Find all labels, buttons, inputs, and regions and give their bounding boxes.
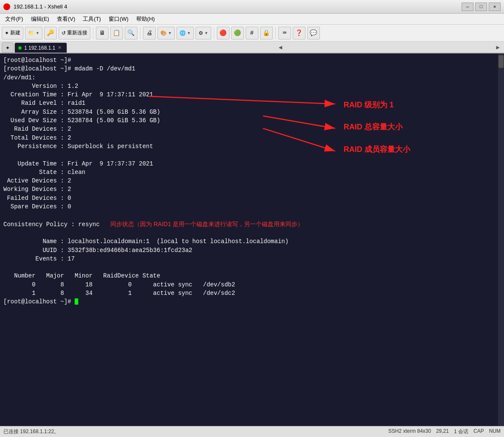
add-tab-button[interactable]: ✦ <box>2 42 14 53</box>
tab-scroll-right[interactable]: ▶ <box>494 43 502 52</box>
line-prompt-1: [root@localhost ~]# [root@localhost ~]# … <box>3 57 160 228</box>
reconnect-icon: ↺ <box>62 30 66 36</box>
tab-scroll-left[interactable]: ◀ <box>276 43 285 52</box>
folder-icon: 📁 <box>28 30 34 36</box>
toolbar-separator-2 <box>140 27 140 39</box>
toolbar-separator-4 <box>275 27 276 39</box>
scrollbar[interactable] <box>498 53 504 426</box>
annotation-sync: 同步状态（因为 RAID1 是用一个磁盘来进行读写，另一个磁盘用来同步） <box>110 221 303 227</box>
annotation-raid-level: RAID 级别为 1 <box>344 99 394 110</box>
sessions: 1 会话 <box>454 428 468 435</box>
new-icon: ✦ <box>5 30 9 36</box>
settings-button[interactable]: ⚙ ▼ <box>196 27 211 39</box>
cursor: █ <box>75 298 78 305</box>
maximize-button[interactable]: □ <box>475 3 487 11</box>
toolbar: ✦ 新建 📁 ▼ 🔑 ↺ 重新连接 🖥 📋 🔍 🖨 🎨 ▼ 🌐 ▼ ⚙ ▼ <box>0 25 504 42</box>
menu-help[interactable]: 帮助(H) <box>133 14 158 24</box>
lock-button[interactable]: 🔒 <box>260 27 273 39</box>
reconnect-button[interactable]: ↺ 重新连接 <box>59 27 90 39</box>
menu-tools[interactable]: 工具(T) <box>79 14 104 24</box>
open-button[interactable]: 📁 ▼ <box>25 27 42 39</box>
keyboard-button[interactable]: ⌨ <box>278 27 291 39</box>
toolbar-separator-1 <box>93 27 93 39</box>
minimize-button[interactable]: — <box>462 3 473 11</box>
status-bar: 已连接 192.168.1.1:22。 SSH2 xterm 84x30 29,… <box>0 426 504 437</box>
tab-session-1[interactable]: 1 192.168.1.1 ✕ <box>14 42 67 53</box>
chat-button[interactable]: 💬 <box>307 27 320 39</box>
copy-button[interactable]: 📋 <box>110 27 123 39</box>
key-button[interactable]: 🔑 <box>44 27 57 39</box>
caps-indicator: CAP <box>473 428 484 435</box>
globe-button[interactable]: 🌐 ▼ <box>176 27 194 39</box>
print-button[interactable]: 🖨 <box>143 27 156 39</box>
menu-edit[interactable]: 编辑(E) <box>28 14 53 24</box>
transfer-button[interactable]: 🟢 <box>231 27 244 39</box>
shell-button[interactable]: 🔴 <box>217 27 230 39</box>
color-icon: 🎨 <box>160 30 167 36</box>
help-button[interactable]: ❓ <box>293 27 305 39</box>
main-container: 192.168.1.1 - Xshell 4 — □ ✕ 文件(F) 编辑(E)… <box>0 0 504 437</box>
window-controls: — □ ✕ <box>462 3 501 11</box>
find-button[interactable]: 🔍 <box>125 27 137 39</box>
tab-label: 1 192.168.1.1 <box>24 45 55 51</box>
tab-bar: ✦ 1 192.168.1.1 ✕ ◀ ▶ <box>0 42 504 53</box>
screen-button[interactable]: 🖥 <box>96 27 109 39</box>
menu-bar: 文件(F) 编辑(E) 查看(V) 工具(T) 窗口(W) 帮助(H) <box>0 14 504 25</box>
terminal[interactable]: RAID 级别为 1 RAID 总容量大小 RAID 成员容量大小 [root@… <box>0 53 498 426</box>
tab-status-dot <box>18 46 22 50</box>
tab-close-button[interactable]: ✕ <box>58 45 62 50</box>
title-bar: 192.168.1.1 - Xshell 4 — □ ✕ <box>0 0 504 14</box>
window-title: 192.168.1.1 - Xshell 4 <box>14 3 67 10</box>
new-button[interactable]: ✦ 新建 <box>2 27 23 39</box>
settings-icon: ⚙ <box>199 30 203 36</box>
scrollbar-thumb[interactable] <box>498 55 504 68</box>
annotation-raid-capacity: RAID 总容量大小 <box>344 121 403 132</box>
position: 29,21 <box>436 428 449 435</box>
num-indicator: NUM <box>489 428 501 435</box>
toolbar-separator-3 <box>214 27 214 39</box>
ssh-info: SSH2 xterm 84x30 <box>388 428 431 435</box>
app-icon <box>3 3 10 10</box>
line-rest: Name : localhost.localdomain:1 (local to… <box>3 238 288 305</box>
connection-status: 已连接 192.168.1.1:22。 <box>3 428 59 435</box>
menu-window[interactable]: 窗口(W) <box>105 14 132 24</box>
annotation-raid-member: RAID 成员容量大小 <box>344 144 410 155</box>
menu-view[interactable]: 查看(V) <box>53 14 78 24</box>
globe-icon: 🌐 <box>179 30 186 36</box>
grid-button[interactable]: # <box>246 27 258 39</box>
terminal-content: [root@localhost ~]# [root@localhost ~]# … <box>3 56 495 306</box>
terminal-area: RAID 级别为 1 RAID 总容量大小 RAID 成员容量大小 [root@… <box>0 53 504 426</box>
color-button[interactable]: 🎨 ▼ <box>157 27 175 39</box>
menu-file[interactable]: 文件(F) <box>2 14 27 24</box>
close-button[interactable]: ✕ <box>489 3 501 11</box>
